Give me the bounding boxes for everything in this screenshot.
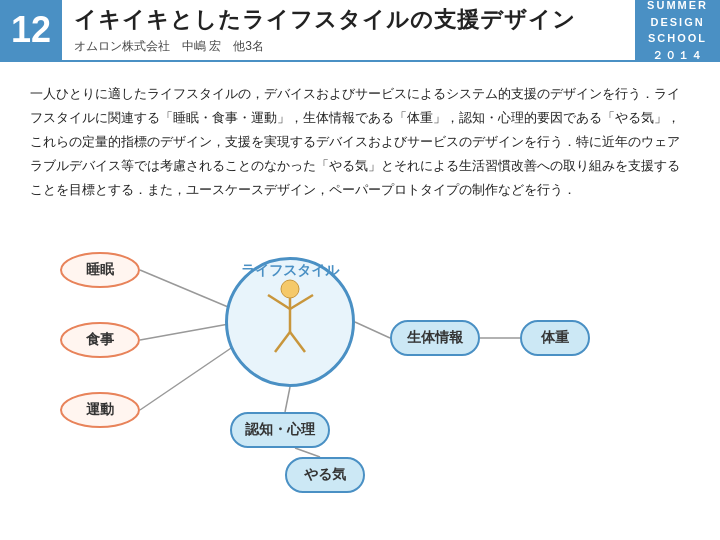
subtitle: オムロン株式会社 中嶋 宏 他3名: [74, 38, 623, 55]
badge-summer: SUMMER: [647, 0, 708, 14]
body: 一人ひとりに適したライフスタイルの，デバイスおよびサービスによるシステム的支援の…: [0, 62, 720, 492]
svg-line-6: [295, 448, 320, 457]
node-taiju: 体重: [520, 320, 590, 356]
svg-line-0: [140, 270, 240, 312]
svg-point-7: [281, 280, 299, 298]
node-shokuji: 食事: [60, 322, 140, 358]
node-suimin: 睡眠: [60, 252, 140, 288]
main-title: イキイキとしたライフスタイルの支援デザイン: [74, 5, 623, 35]
svg-line-11: [275, 332, 290, 352]
node-lifestyle-label: ライフスタイル: [230, 262, 350, 280]
badge-year: ２０１４: [647, 47, 708, 64]
node-yaruki: やる気: [285, 457, 365, 493]
svg-line-5: [285, 387, 290, 412]
svg-line-3: [355, 322, 390, 338]
header-title-block: イキイキとしたライフスタイルの支援デザイン オムロン株式会社 中嶋 宏 他3名: [62, 0, 635, 60]
svg-line-2: [140, 342, 240, 410]
diagram: 睡眠 食事 運動 ライフスタイル 生体情報 体重 認知・心理: [30, 222, 690, 482]
svg-line-12: [290, 332, 305, 352]
header: 12 イキイキとしたライフスタイルの支援デザイン オムロン株式会社 中嶋 宏 他…: [0, 0, 720, 62]
node-undo: 運動: [60, 392, 140, 428]
badge-design: DESIGN: [647, 14, 708, 31]
badge-school: SCHOOL: [647, 30, 708, 47]
slide-number: 12: [0, 0, 62, 60]
human-figure-svg: [263, 277, 318, 367]
node-seitai: 生体情報: [390, 320, 480, 356]
node-ninchi: 認知・心理: [230, 412, 330, 448]
description-text: 一人ひとりに適したライフスタイルの，デバイスおよびサービスによるシステム的支援の…: [30, 82, 690, 202]
summer-school-badge: SUMMER DESIGN SCHOOL ２０１４: [635, 0, 720, 60]
